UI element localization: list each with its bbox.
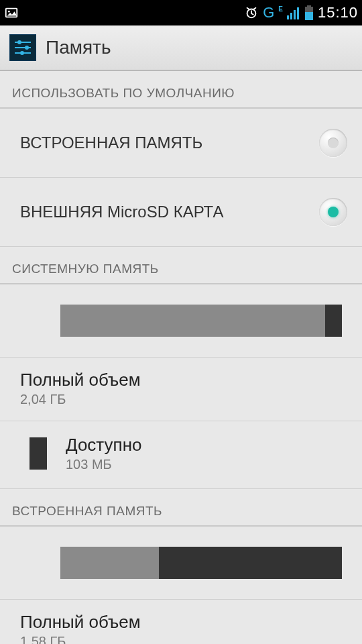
internal-memory-bar bbox=[60, 547, 342, 579]
bar-segment-used bbox=[60, 305, 325, 337]
alarm-icon bbox=[244, 5, 259, 20]
bar-segment-free bbox=[325, 305, 342, 337]
bar-segment-free bbox=[159, 547, 342, 579]
option-external-sd[interactable]: ВНЕШНЯЯ MicroSD КАРТА bbox=[0, 178, 362, 247]
bar-segment-used bbox=[60, 547, 159, 579]
svg-rect-6 bbox=[297, 7, 299, 19]
detail-value: 1,58 ГБ bbox=[20, 634, 342, 644]
detail-value: 2,04 ГБ bbox=[20, 392, 342, 407]
network-subtype-icon: E bbox=[278, 5, 283, 13]
section-header-default-storage: ИСПОЛЬЗОВАТЬ ПО УМОЛЧАНИЮ bbox=[0, 71, 362, 109]
available-label: Доступно bbox=[66, 435, 141, 455]
system-memory-bar-row bbox=[0, 284, 362, 358]
settings-sliders-icon bbox=[9, 34, 36, 61]
title-bar: Память bbox=[0, 25, 362, 71]
svg-rect-7 bbox=[307, 5, 311, 7]
system-memory-available[interactable]: Доступно 103 МБ bbox=[0, 421, 362, 489]
signal-icon bbox=[287, 6, 300, 19]
detail-title: Полный объем bbox=[20, 370, 342, 390]
svg-rect-3 bbox=[287, 15, 289, 19]
svg-rect-5 bbox=[294, 10, 296, 19]
network-type-icon: G bbox=[263, 4, 274, 21]
svg-point-11 bbox=[17, 40, 21, 44]
available-value: 103 МБ bbox=[66, 457, 141, 472]
battery-icon bbox=[304, 5, 314, 20]
section-header-system-memory: СИСТЕМНУЮ ПАМЯТЬ bbox=[0, 247, 362, 284]
internal-memory-total[interactable]: Полный объем 1,58 ГБ bbox=[0, 600, 362, 644]
svg-point-13 bbox=[25, 46, 29, 50]
system-memory-total[interactable]: Полный объем 2,04 ГБ bbox=[0, 358, 362, 421]
svg-rect-4 bbox=[290, 13, 292, 19]
available-swatch-icon bbox=[29, 437, 47, 470]
content-area: ИСПОЛЬЗОВАТЬ ПО УМОЛЧАНИЮ ВСТРОЕННАЯ ПАМ… bbox=[0, 71, 362, 644]
svg-point-1 bbox=[8, 11, 10, 13]
status-clock: 15:10 bbox=[318, 4, 358, 21]
page-title: Память bbox=[46, 37, 111, 58]
status-bar: G E 15:10 bbox=[0, 0, 362, 25]
option-label: ВНЕШНЯЯ MicroSD КАРТА bbox=[20, 203, 223, 221]
internal-memory-bar-row bbox=[0, 527, 362, 600]
radio-external-sd[interactable] bbox=[319, 198, 347, 226]
svg-rect-9 bbox=[305, 12, 313, 20]
option-label: ВСТРОЕННАЯ ПАМЯТЬ bbox=[20, 133, 202, 152]
detail-title: Полный объем bbox=[20, 612, 342, 633]
radio-internal-storage[interactable] bbox=[319, 129, 347, 157]
svg-point-15 bbox=[20, 51, 24, 55]
system-memory-bar bbox=[60, 305, 342, 337]
option-internal-storage[interactable]: ВСТРОЕННАЯ ПАМЯТЬ bbox=[0, 109, 362, 178]
section-header-internal-memory: ВСТРОЕННАЯ ПАМЯТЬ bbox=[0, 489, 362, 527]
image-notification-icon bbox=[4, 5, 19, 20]
